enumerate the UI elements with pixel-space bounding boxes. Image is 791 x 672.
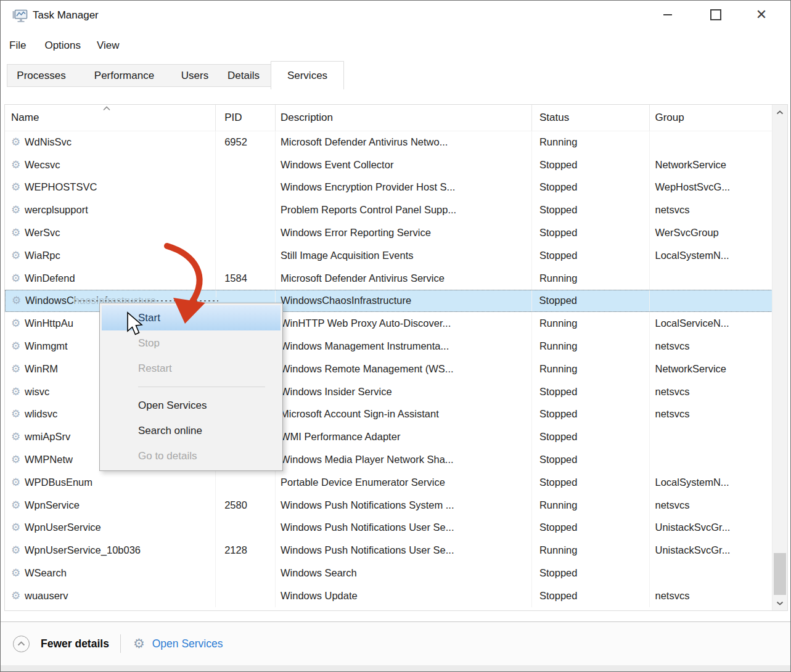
table-row[interactable]: ⚙WinDefend1584Microsoft Defender Antivir… — [5, 267, 773, 290]
chevron-up-icon — [776, 110, 784, 115]
service-pid — [216, 221, 276, 244]
tab-users[interactable]: Users — [173, 64, 217, 87]
service-status: Running — [532, 335, 650, 358]
menu-file[interactable]: File — [9, 39, 26, 52]
column-header-group[interactable]: Group — [650, 105, 773, 131]
service-gear-icon: ⚙ — [11, 317, 25, 330]
service-name: ⚙WpnUserService_10b036 — [5, 539, 216, 562]
vertical-scrollbar[interactable] — [772, 105, 787, 610]
window-title: Task Manager — [33, 9, 99, 22]
service-pid — [216, 517, 276, 539]
service-pid: 1584 — [216, 267, 276, 290]
column-header-pid[interactable]: PID — [216, 105, 276, 131]
service-name: ⚙WpnUserService — [5, 517, 216, 539]
service-gear-icon: ⚙ — [11, 158, 25, 171]
table-row[interactable]: ⚙WpnUserService_10b0362128Windows Push N… — [5, 539, 773, 562]
minimize-button[interactable] — [650, 1, 686, 29]
service-gear-icon: ⚙ — [11, 521, 25, 534]
table-row[interactable]: ⚙WdNisSvc6952Microsoft Defender Antiviru… — [5, 131, 773, 154]
service-status: Stopped — [532, 244, 650, 267]
service-description: Microsoft Defender Antivirus Service — [276, 267, 532, 290]
service-status: Stopped — [532, 448, 650, 471]
service-description: Microsoft Defender Antivirus Netwo... — [276, 131, 532, 154]
service-gear-icon: ⚙ — [11, 408, 25, 420]
fewer-details-label[interactable]: Fewer details — [41, 637, 109, 650]
context-menu-item-search-online[interactable]: Search online — [100, 418, 282, 443]
column-header-status[interactable]: Status — [532, 105, 650, 131]
service-description: Windows Push Notifications User Se... — [276, 517, 532, 539]
table-row[interactable]: ⚙WecsvcWindows Event CollectorStoppedNet… — [5, 154, 773, 176]
service-name: ⚙WdNisSvc — [5, 131, 216, 154]
service-gear-icon: ⚙ — [11, 499, 25, 512]
service-description: Problem Reports Control Panel Supp... — [276, 199, 532, 221]
chevron-down-icon — [776, 601, 784, 605]
service-group — [650, 267, 773, 290]
service-group: LocalSystemN... — [650, 471, 773, 494]
tab-details[interactable]: Details — [216, 64, 271, 87]
service-status: Stopped — [532, 221, 650, 244]
column-header-name[interactable]: Name — [5, 105, 216, 131]
column-header-description[interactable]: Description — [276, 105, 532, 131]
service-group: UnistackSvcGr... — [650, 539, 773, 562]
service-status: Stopped — [532, 290, 650, 312]
context-menu-item-start[interactable]: Start — [102, 305, 281, 330]
scroll-down-button[interactable] — [773, 597, 787, 609]
menu-options[interactable]: Options — [44, 39, 81, 52]
close-button[interactable]: ✕ — [744, 1, 779, 29]
table-row[interactable]: ⚙WPDBusEnumPortable Device Enumerator Se… — [5, 471, 773, 494]
service-name: ⚙WPDBusEnum — [5, 471, 216, 494]
scroll-up-button[interactable] — [773, 106, 787, 118]
service-group: netsvcs — [650, 494, 773, 517]
table-row[interactable]: ⚙WpnUserServiceWindows Push Notification… — [5, 517, 773, 539]
service-name: ⚙Wecsvc — [5, 154, 216, 176]
service-status: Stopped — [532, 584, 650, 607]
service-status: Running — [532, 494, 650, 517]
service-gear-icon: ⚙ — [11, 430, 25, 443]
maximize-button[interactable] — [698, 1, 734, 29]
service-name: ⚙wuauserv — [5, 584, 216, 607]
service-group: WerSvcGroup — [650, 221, 773, 244]
table-row[interactable]: ⚙WpnService2580Windows Push Notification… — [5, 494, 773, 517]
service-description: Windows Update — [276, 584, 532, 607]
context-menu-item-open-services[interactable]: Open Services — [100, 393, 282, 418]
service-pid — [216, 562, 276, 584]
tab-processes[interactable]: Processes — [7, 64, 76, 87]
service-gear-icon: ⚙ — [11, 181, 25, 194]
menu-separator — [138, 387, 265, 387]
menu-view[interactable]: View — [97, 39, 120, 52]
chevron-up-circle-icon — [17, 641, 25, 646]
service-gear-icon: ⚙ — [11, 476, 25, 489]
context-menu-item-stop: Stop — [100, 330, 282, 356]
maximize-icon — [710, 9, 721, 20]
service-description: Windows Push Notifications User Se... — [276, 539, 532, 562]
service-gear-icon: ⚙ — [11, 226, 25, 239]
service-status: Running — [532, 131, 650, 154]
service-gear-icon: ⚙ — [11, 272, 25, 285]
service-group: NetworkService — [650, 154, 773, 176]
fewer-details-button[interactable] — [13, 636, 30, 652]
service-name: ⚙WEPHOSTSVC — [5, 176, 216, 199]
table-row[interactable]: ⚙wercplsupportProblem Reports Control Pa… — [5, 199, 773, 221]
service-group — [650, 290, 772, 312]
tab-performance[interactable]: Performance — [75, 64, 174, 87]
service-status: Stopped — [532, 562, 650, 584]
sort-ascending-icon — [102, 106, 111, 111]
table-row[interactable]: ⚙WiaRpcStill Image Acquisition EventsSto… — [5, 244, 773, 267]
service-pid — [216, 584, 276, 607]
menu-bar: FileOptionsView — [1, 33, 120, 59]
service-description: WMI Performance Adapter — [276, 425, 532, 448]
table-row[interactable]: ⚙WEPHOSTSVCWindows Encryption Provider H… — [5, 176, 773, 199]
tab-services[interactable]: Services — [271, 61, 344, 89]
scrollbar-thumb[interactable] — [774, 553, 786, 595]
open-services-link[interactable]: Open Services — [152, 637, 223, 650]
service-status: Stopped — [532, 154, 650, 176]
service-description: Windows Encryption Provider Host S... — [276, 176, 532, 199]
table-row[interactable]: ⚙wuauservWindows UpdateStoppednetsvcs — [5, 584, 773, 607]
table-row[interactable]: ⚙WerSvcWindows Error Reporting ServiceSt… — [5, 221, 773, 244]
service-description: Windows Remote Management (WS... — [276, 358, 532, 380]
table-row[interactable]: ⚙WSearchWindows SearchStopped — [5, 562, 773, 584]
service-status: Stopped — [532, 380, 650, 403]
service-group: LocalServiceN... — [650, 312, 773, 335]
service-pid — [216, 176, 276, 199]
service-name: ⚙wercplsupport — [5, 199, 216, 221]
